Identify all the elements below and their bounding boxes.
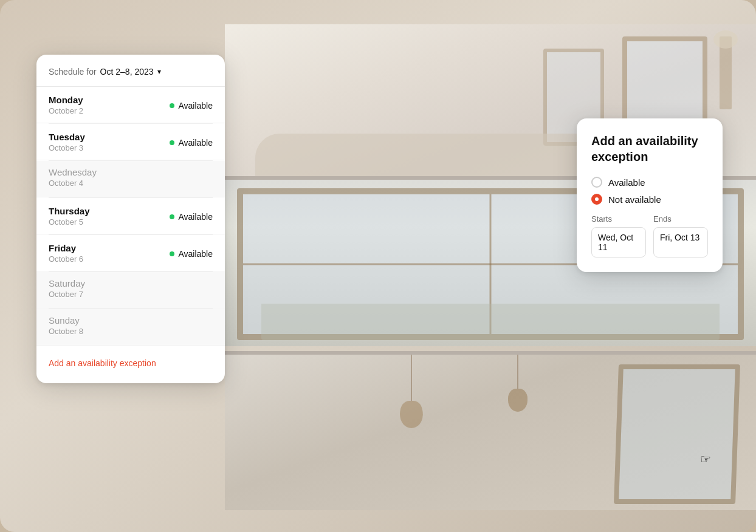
add-exception-link[interactable]: Add an availability exception bbox=[49, 358, 156, 368]
starts-input[interactable]: Wed, Oct 11 bbox=[591, 227, 646, 257]
day-availability-monday: Available bbox=[170, 101, 213, 111]
radio-circle-not-available[interactable] bbox=[591, 194, 602, 205]
day-info-thursday: Thursday October 5 bbox=[49, 206, 170, 227]
day-date-wednesday: October 4 bbox=[49, 179, 213, 188]
day-date-sunday: October 8 bbox=[49, 327, 213, 336]
chevron-down-icon[interactable]: ▾ bbox=[157, 67, 161, 76]
pendant-shade-2 bbox=[508, 389, 527, 412]
ends-label: Ends bbox=[653, 214, 708, 223]
day-row-friday[interactable]: Friday October 6 Available bbox=[36, 235, 225, 271]
day-row-thursday[interactable]: Thursday October 5 Available bbox=[36, 198, 225, 234]
schedule-header: Schedule for Oct 2–8, 2023 ▾ bbox=[36, 67, 225, 87]
ends-input[interactable]: Fri, Oct 13 bbox=[653, 227, 708, 257]
day-info-wednesday: Wednesday October 4 bbox=[49, 167, 213, 191]
day-info-friday: Friday October 6 bbox=[49, 243, 170, 264]
day-availability-tuesday: Available bbox=[170, 138, 213, 148]
date-range-section: Starts Ends Wed, Oct 11 Fri, Oct 13 bbox=[591, 214, 708, 257]
schedule-title[interactable]: Schedule for Oct 2–8, 2023 ▾ bbox=[49, 67, 213, 77]
day-row-monday[interactable]: Monday October 2 Available bbox=[36, 87, 225, 123]
day-row-saturday[interactable]: Saturday October 7 bbox=[36, 272, 225, 309]
tree-silhouette bbox=[261, 304, 720, 340]
day-row-wednesday[interactable]: Wednesday October 4 bbox=[36, 161, 225, 197]
day-date-thursday: October 5 bbox=[49, 217, 170, 227]
add-exception-section: Add an availability exception bbox=[36, 348, 225, 369]
schedule-card: Schedule for Oct 2–8, 2023 ▾ Monday Octo… bbox=[36, 55, 225, 383]
starts-label: Starts bbox=[591, 214, 646, 223]
day-date-tuesday: October 3 bbox=[49, 143, 170, 152]
day-name-friday: Friday bbox=[49, 243, 170, 253]
modal-title: Add an availability exception bbox=[591, 133, 708, 165]
available-dot-tuesday bbox=[170, 140, 174, 145]
day-name-saturday: Saturday bbox=[49, 278, 213, 288]
availability-label-thursday: Available bbox=[178, 212, 213, 222]
day-date-friday: October 6 bbox=[49, 254, 170, 264]
pendant-shade-1 bbox=[400, 401, 423, 428]
day-availability-friday: Available bbox=[170, 249, 213, 259]
day-date-monday: October 2 bbox=[49, 106, 170, 115]
background-wrapper: Schedule for Oct 2–8, 2023 ▾ Monday Octo… bbox=[0, 0, 756, 532]
day-row-tuesday[interactable]: Tuesday October 3 Available bbox=[36, 124, 225, 160]
day-info-saturday: Saturday October 7 bbox=[49, 278, 213, 302]
day-row-sunday[interactable]: Sunday October 8 bbox=[36, 309, 225, 346]
availability-label-monday: Available bbox=[178, 101, 213, 111]
day-info-tuesday: Tuesday October 3 bbox=[49, 132, 170, 152]
day-name-tuesday: Tuesday bbox=[49, 132, 170, 142]
schedule-for-label: Schedule for bbox=[49, 67, 97, 77]
lamp-shade bbox=[713, 30, 738, 49]
radio-available[interactable]: Available bbox=[591, 177, 708, 188]
radio-label-not-available: Not available bbox=[608, 194, 661, 205]
radio-label-available: Available bbox=[608, 177, 645, 188]
bg-section-room2 bbox=[225, 352, 756, 510]
radio-not-available[interactable]: Not available bbox=[591, 194, 708, 205]
available-dot-thursday bbox=[170, 214, 174, 219]
day-availability-thursday: Available bbox=[170, 212, 213, 222]
date-range-headers: Starts Ends bbox=[591, 214, 708, 223]
day-name-wednesday: Wednesday bbox=[49, 167, 213, 177]
day-name-monday: Monday bbox=[49, 95, 170, 105]
day-name-thursday: Thursday bbox=[49, 206, 170, 216]
day-info-sunday: Sunday October 8 bbox=[49, 315, 213, 339]
bg-divider-2 bbox=[225, 351, 756, 355]
exception-modal: Add an availability exception Available … bbox=[577, 118, 723, 272]
tall-window bbox=[614, 364, 740, 504]
day-name-sunday: Sunday bbox=[49, 315, 213, 326]
pendant-wire-2 bbox=[517, 352, 518, 389]
available-dot-monday bbox=[170, 103, 174, 108]
availability-label-tuesday: Available bbox=[178, 138, 213, 148]
date-range-inputs: Wed, Oct 11 Fri, Oct 13 bbox=[591, 227, 708, 257]
availability-label-friday: Available bbox=[178, 249, 213, 259]
radio-circle-available[interactable] bbox=[591, 177, 602, 188]
schedule-date-range: Oct 2–8, 2023 bbox=[100, 67, 154, 77]
day-date-saturday: October 7 bbox=[49, 290, 213, 299]
day-info-monday: Monday October 2 bbox=[49, 95, 170, 115]
available-dot-friday bbox=[170, 251, 174, 256]
pendant-wire-1 bbox=[411, 352, 412, 401]
